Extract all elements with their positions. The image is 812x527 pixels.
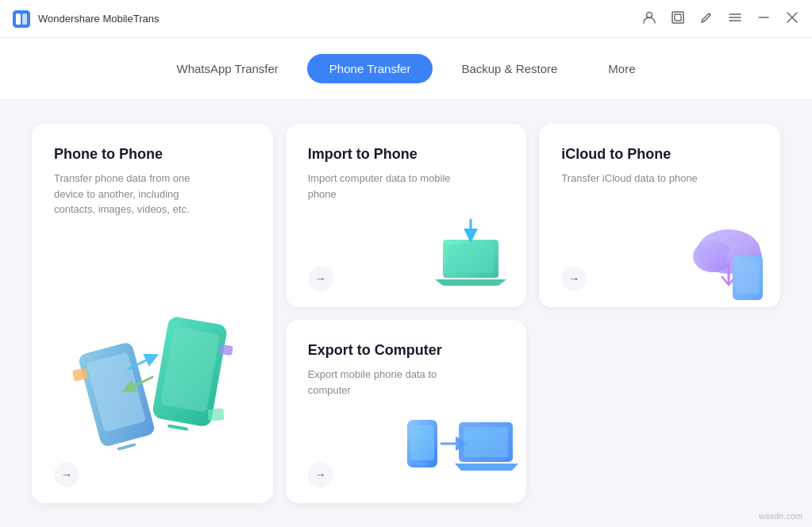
phone-to-phone-arrow[interactable]: → <box>54 462 79 487</box>
card-import-desc: Import computer data to mobile phone <box>308 171 451 202</box>
window-controls <box>642 10 799 27</box>
card-import-to-phone[interactable]: Import to Phone Import computer data to … <box>286 124 527 307</box>
edit-icon[interactable] <box>699 10 714 27</box>
export-to-computer-arrow[interactable]: → <box>308 462 333 487</box>
window-icon[interactable] <box>671 10 685 27</box>
card-export-desc: Export mobile phone data to computer <box>308 367 451 398</box>
card-icloud-desc: Transfer iCloud data to phone <box>561 171 704 187</box>
svg-rect-17 <box>167 424 188 430</box>
title-bar: Wondershare MobileTrans <box>0 0 812 38</box>
title-bar-left: Wondershare MobileTrans <box>13 10 159 28</box>
svg-rect-20 <box>207 408 224 421</box>
svg-rect-14 <box>117 443 136 451</box>
svg-rect-29 <box>410 425 434 460</box>
card-icloud-title: iCloud to Phone <box>561 146 758 163</box>
tab-whatsapp[interactable]: WhatsApp Transfer <box>154 54 300 83</box>
account-icon[interactable] <box>642 10 656 27</box>
close-button[interactable] <box>785 10 799 27</box>
svg-rect-0 <box>13 10 30 28</box>
svg-rect-19 <box>219 344 233 356</box>
tab-more[interactable]: More <box>586 54 657 83</box>
import-to-phone-arrow[interactable]: → <box>308 266 333 291</box>
menu-icon[interactable] <box>728 10 742 27</box>
export-illustration <box>403 404 522 499</box>
tab-backup[interactable]: Backup & Restore <box>439 54 579 83</box>
svg-rect-27 <box>736 260 760 294</box>
icloud-illustration <box>673 216 776 303</box>
svg-rect-22 <box>448 244 494 273</box>
svg-point-24 <box>693 240 733 272</box>
card-export-to-computer[interactable]: Export to Computer Export mobile phone d… <box>286 320 527 503</box>
svg-rect-1 <box>16 13 21 25</box>
app-icon <box>13 10 30 28</box>
svg-rect-5 <box>675 14 681 21</box>
card-phone-to-phone[interactable]: Phone to Phone Transfer phone data from … <box>32 124 273 503</box>
icloud-to-phone-arrow[interactable]: → <box>561 266 587 291</box>
minimize-button[interactable] <box>756 10 771 27</box>
card-import-title: Import to Phone <box>308 146 505 163</box>
svg-rect-2 <box>22 13 27 25</box>
card-phone-to-phone-desc: Transfer phone data from one device to a… <box>54 171 197 217</box>
card-icloud-to-phone[interactable]: iCloud to Phone Transfer iCloud data to … <box>539 124 780 307</box>
svg-rect-4 <box>672 12 683 23</box>
tab-phone[interactable]: Phone Transfer <box>307 54 433 83</box>
card-phone-to-phone-title: Phone to Phone <box>54 146 251 163</box>
watermark: wsxdn.com <box>759 511 802 521</box>
card-export-title: Export to Computer <box>308 342 505 359</box>
nav-tabs: WhatsApp Transfer Phone Transfer Backup … <box>0 38 812 100</box>
svg-rect-30 <box>418 463 427 465</box>
app-title: Wondershare MobileTrans <box>38 13 159 25</box>
svg-rect-32 <box>464 427 508 457</box>
main-content: Phone to Phone Transfer phone data from … <box>0 100 812 527</box>
import-illustration <box>411 216 522 303</box>
phone-to-phone-illustration <box>61 306 244 456</box>
